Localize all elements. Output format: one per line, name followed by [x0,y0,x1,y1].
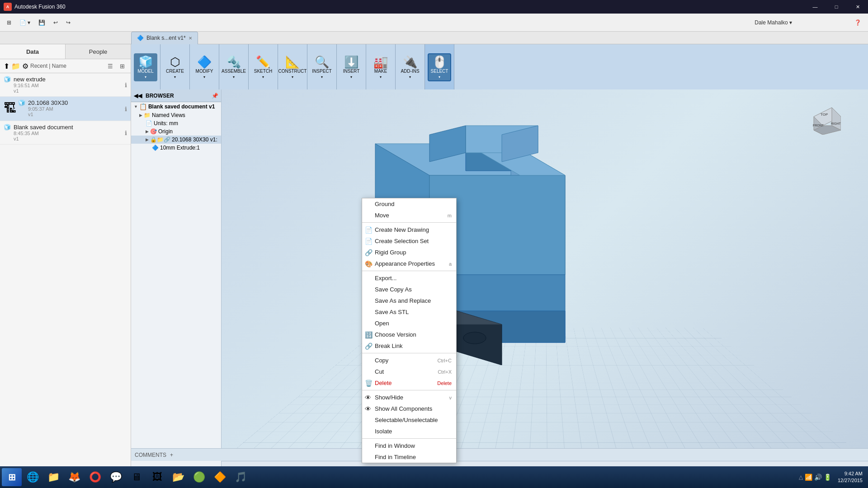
ribbon-create-group: ⬡ CREATE ▾ [160,44,190,89]
ctx-find-timeline[interactable]: Find in Timeline [362,451,456,463]
taskbar-app6-button[interactable]: 🎵 [231,468,250,486]
sidebar-tab-data[interactable]: Data [0,44,66,59]
taskbar-skype-button[interactable]: 💬 [106,468,126,486]
list-view-button[interactable]: ☰ [105,61,115,71]
browser-origin-item[interactable]: ▶ 🎯 Origin [131,127,221,136]
document-tab[interactable]: 🔷 Blank s...ent v1* ✕ [131,32,198,44]
taskbar-app4-button[interactable]: 🟢 [189,468,209,486]
assemble-arrow-icon: ▾ [233,75,235,79]
taskbar-folder-button[interactable]: 📁 [43,468,63,486]
ctx-ground[interactable]: Ground [362,198,456,210]
settings-icon[interactable]: ⚙ [22,62,28,70]
ctx-rigid-group[interactable]: 🔗 Rigid Group [362,247,456,258]
info-button-new-extrude[interactable]: ℹ [125,81,127,88]
help-button[interactable]: ❓ [851,16,864,29]
taskbar-clock[interactable]: 9:42 AM 12/27/2015 [834,470,866,484]
start-button[interactable]: ⊞ [2,468,22,486]
ctx-save-copy[interactable]: Save Copy As [362,284,456,295]
ctx-copy[interactable]: Copy Ctrl+C [362,355,456,366]
close-button[interactable]: ✕ [847,0,868,14]
ctx-cut[interactable]: Cut Ctrl+X [362,366,456,377]
show-desktop-button[interactable]: △ [799,474,803,480]
minimize-button[interactable]: — [805,0,826,14]
taskbar-app2-button[interactable]: 🖼 [147,468,167,486]
ctx-isolate[interactable]: Isolate [362,426,456,437]
ribbon-insert-button[interactable]: ⬇️ INSERT ▾ [340,53,363,81]
taskbar-app1-button[interactable]: 🖥 [127,468,146,486]
upload-icon[interactable]: ⬆ [4,62,9,70]
browser-component-item[interactable]: ▶ 🔒📁🔗 20.1068 30X30 v1: [131,136,221,144]
comments-expand-button[interactable]: + [170,452,173,458]
ctx-choose-version[interactable]: 🔢 Choose Version [362,329,456,340]
info-button-20-1068[interactable]: ℹ [125,105,127,112]
ribbon-construct-button[interactable]: 📐 CONSTRUCT ▾ [281,53,304,81]
save-button[interactable]: 💾 [35,16,48,29]
clock-time: 9:42 AM [838,470,863,477]
grid-view-button[interactable]: ⊞ [117,61,127,71]
file-item-new-extrude[interactable]: 🧊 new extrude 9:16:51 AM v1 ℹ [0,73,131,97]
tab-icon: 🔷 [137,35,144,41]
ribbon-addins-button[interactable]: 🔌 ADD-INS ▾ [398,53,422,81]
taskbar-app5-button[interactable]: 🔶 [210,468,230,486]
file-icon-units: 📄 [146,120,152,127]
browser-panel: ◀◀ BROWSER 📌 ▼ 📋 Blank saved document v1… [131,89,222,488]
new-file-button[interactable]: 📄 ▾ [16,16,33,29]
taskbar-firefox-button[interactable]: 🦊 [64,468,84,486]
ribbon-modify-button[interactable]: 🔷 MODIFY ▾ [193,53,216,81]
viewport[interactable]: TOP FRONT RIGHT ◀◀ BROWSER 📌 ▼ 📋 Bl [131,89,868,488]
tab-close-button[interactable]: ✕ [189,36,192,41]
save-replace-label: Save As and Replace [375,297,431,304]
browser-units-item[interactable]: 📄 Units: mm [131,119,221,127]
browser-pin-button[interactable]: 📌 [212,93,218,99]
browser-extrude-item[interactable]: 🔷 10mm Extrude:1 [131,144,221,152]
ctx-move[interactable]: Move m [362,210,456,221]
network-icon[interactable]: 📶 [805,474,812,481]
ribbon-sketch-button[interactable]: ✏️ SKETCH ▾ [251,53,275,81]
grid-button[interactable]: ⊞ [4,16,14,29]
sidebar-tab-people[interactable]: People [66,44,131,59]
browser-collapse-icon[interactable]: ◀◀ [134,93,142,99]
ctx-selectable[interactable]: Selectable/Unselectable [362,414,456,426]
navigation-cube[interactable]: TOP FRONT RIGHT [805,99,841,135]
ribbon-select-button[interactable]: 🖱️ SELECT ▾ [428,53,451,81]
browser-doc-item[interactable]: ▼ 📋 Blank saved document v1 [131,102,221,111]
ribbon: 🧊 MODEL ▾ ⬡ CREATE ▾ [131,44,868,89]
redo-button[interactable]: ↪ [63,16,74,29]
ctx-find-window[interactable]: Find in Window [362,440,456,451]
ctx-show-hide[interactable]: 👁 Show/Hide v [362,392,456,403]
3d-viewport[interactable]: TOP FRONT RIGHT [222,89,868,461]
taskbar-app3-button[interactable]: 📂 [168,468,188,486]
info-button-blank-saved[interactable]: ℹ [125,129,127,136]
user-account-button[interactable]: Dale Mahalko ▾ [751,16,795,29]
file-item-blank-saved[interactable]: 🧊 Blank saved document 8:45:35 AM v1 ℹ [0,121,131,145]
file-version-blank-saved: v1 [14,136,127,141]
browser-named-views-item[interactable]: ▶ 📁 Named Views [131,111,221,119]
show-hide-shortcut: v [449,395,452,400]
ctx-save-replace[interactable]: Save As and Replace [362,295,456,306]
ctx-create-selection[interactable]: 📄 Create Selection Set [362,235,456,247]
undo-button[interactable]: ↩ [50,16,61,29]
ctx-break-link[interactable]: 🔗 Break Link [362,340,456,352]
maximize-button[interactable]: □ [826,0,847,14]
ctx-delete[interactable]: 🗑️ Delete Delete [362,377,456,389]
tree-arrow-origin: ▶ [146,129,149,134]
ribbon-model-button[interactable]: 🧊 MODEL ▾ [134,53,157,81]
ctx-export[interactable]: Export... [362,272,456,284]
ribbon-assemble-button[interactable]: 🔩 ASSEMBLE ▾ [222,53,245,81]
inspect-arrow-icon: ▾ [321,75,323,79]
ctx-save-stl[interactable]: Save As STL [362,306,456,318]
extrude-icon: 🔷 [152,145,159,151]
ctx-create-drawing[interactable]: 📄 Create New Drawing [362,224,456,235]
taskbar-chrome-button[interactable]: ⭕ [85,468,105,486]
ribbon-create-button[interactable]: ⬡ CREATE ▾ [163,53,187,81]
taskbar-ie-button[interactable]: 🌐 [23,468,42,486]
ribbon-inspect-button[interactable]: 🔍 INSPECT ▾ [310,53,334,81]
speaker-icon[interactable]: 🔊 [814,474,822,481]
file-item-20-1068[interactable]: 🏗 🧊 20.1068 30X30 9:05:37 AM v1 ℹ [0,97,131,121]
ribbon-assemble-group: 🔩 ASSEMBLE ▾ [219,44,249,89]
ctx-appearance[interactable]: 🎨 Appearance Properties a [362,258,456,269]
ribbon-make-button[interactable]: 🏭 MAKE ▾ [369,53,392,81]
ctx-open[interactable]: Open [362,318,456,329]
new-folder-icon[interactable]: 📁 [11,62,20,70]
ctx-show-all[interactable]: 👁 Show All Components [362,403,456,414]
